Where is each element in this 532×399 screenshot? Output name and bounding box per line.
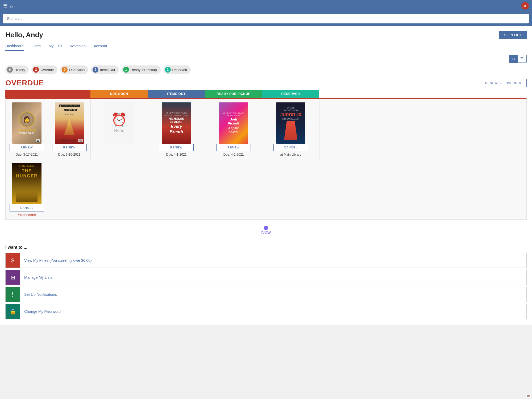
password-icon: 🔒 (6, 304, 20, 319)
book-cell-dolly: 👩 DOLLY PARTONSTORYTELLER 📷 RENEW Due: 3… (6, 99, 48, 159)
renew-button-dolly[interactable]: RENEW (10, 144, 44, 151)
pill-ready[interactable]: 1 Ready for Pickup (122, 65, 161, 74)
pill-overdue[interactable]: 2 Overdue (31, 65, 57, 74)
book-cover-dolly: 👩 DOLLY PARTONSTORYTELLER 📷 (12, 102, 41, 144)
action-notifications[interactable]: ! Set Up Notifications (5, 287, 527, 302)
book-cell-juror: JAMESPATTERSON JUROR #3 AND NANCY ALLEN … (262, 99, 319, 159)
view-toggle: ⊟ ☰ (509, 55, 527, 63)
section-bars: DUE SOON ITEMS OUT READY FOR PICKUP RESE… (5, 90, 527, 98)
tabs: Dashboard Fines My Lists Watching Accoun… (5, 42, 527, 51)
timeline-now-label: Now (5, 230, 527, 235)
section-bar-overdue (5, 90, 48, 98)
cancel-button-hunger[interactable]: CANCEL (10, 204, 44, 211)
tab-dashboard[interactable]: Dashboard (5, 42, 24, 51)
tab-my-lists[interactable]: My Lists (49, 42, 62, 51)
book-cell-hunger: ALMA KATSU THEHUNGER 📚 CANCEL You're nex… (6, 159, 48, 219)
book-cover-juror: JAMESPATTERSON JUROR #3 AND NANCY ALLEN … (276, 102, 305, 144)
search-input[interactable] (3, 14, 529, 23)
due-date-dolly: Due: 3-17-2021 (16, 153, 38, 156)
none-label: None (114, 128, 124, 133)
pill-items-out-label: Items Out (100, 68, 115, 72)
i-want-section: I want to ... $ View My Fines (You curre… (0, 241, 532, 325)
view-toggle-row: ⊟ ☰ (5, 55, 527, 63)
home-icon[interactable]: ⌂ (10, 3, 13, 9)
renew-button-spark[interactable]: RENEW (216, 144, 251, 151)
book-cell-spark: #1 NEW YORK TIMES BESTSELLER JodiPicoult… (205, 99, 262, 159)
top-bar: ☰ ⌂ A (0, 0, 532, 12)
renew-all-overdue-button[interactable]: RENEW ALL OVERDUE (481, 79, 527, 87)
overdue-title: OVERDUE (5, 79, 44, 87)
pill-ready-label: Ready for Pickup (131, 68, 157, 72)
due-location-juror: at Main Library (280, 153, 301, 156)
greeting: Hello, Andy (5, 31, 43, 39)
list-view-button[interactable]: ☰ (518, 55, 526, 63)
lists-icon: ⊞ (6, 270, 20, 285)
book-cover-none: ⏰ None (105, 102, 134, 144)
cancel-button-juror[interactable]: CANCEL (273, 144, 308, 151)
pill-items-out[interactable]: 2 Items Out (91, 65, 119, 74)
pill-due-soon[interactable]: 0 Due Soon (60, 65, 88, 74)
pill-history-label: History (14, 68, 25, 72)
action-change-password[interactable]: 🔒 Change My Password (5, 304, 527, 319)
timeline-section: Now (0, 220, 532, 241)
timeline-now-dot (264, 226, 268, 230)
main-content: Hello, Andy SIGN OUT Dashboard Fines My … (0, 26, 532, 220)
fines-label: View My Fines (You currently owe $6.00) (20, 258, 96, 263)
user-avatar[interactable]: A (521, 2, 529, 10)
book-cover-hunger: ALMA KATSU THEHUNGER 📚 (12, 163, 41, 204)
pill-history-count: 6 (7, 67, 13, 73)
pill-history[interactable]: 6 History (5, 65, 29, 74)
section-bar-ready: READY FOR PICKUP (205, 90, 262, 98)
pill-reserved-label: Reserved (172, 68, 187, 72)
notifications-label: Set Up Notifications (20, 292, 61, 297)
due-status-hunger: You're next! (18, 213, 36, 217)
due-date-spark: Due: 4-1-2021 (223, 153, 244, 156)
due-date-educated: Due: 3-16-2021 (58, 153, 80, 156)
fines-icon: $ (6, 253, 20, 268)
grid-view-button[interactable]: ⊟ (509, 55, 518, 63)
book-cell-educated: 🏅 NEW YORK TIMES Educated A Memoir TARA … (48, 99, 91, 159)
section-bar-overdue2 (48, 90, 90, 98)
book-cover-spark: #1 NEW YORK TIMES BESTSELLER JodiPicoult… (219, 102, 248, 144)
overdue-header-row: OVERDUE RENEW ALL OVERDUE (5, 79, 527, 87)
i-want-title: I want to ... (5, 245, 527, 250)
section-bar-items-out: ITEMS OUT (148, 90, 205, 98)
pill-reserved[interactable]: 1 Reserved (163, 65, 191, 74)
password-label: Change My Password (20, 309, 65, 314)
pill-overdue-label: Overdue (40, 68, 54, 72)
lists-label: Manage My Lists (20, 275, 57, 280)
action-view-fines[interactable]: $ View My Fines (You currently owe $6.00… (5, 253, 527, 268)
book-cell-every-breath: #1 NEW YORK TIMES BESTSELLING AUTHOR NIC… (148, 99, 205, 159)
pill-due-soon-count: 0 (62, 67, 68, 73)
pill-due-soon-label: Due Soon (69, 68, 85, 72)
tab-account[interactable]: Account (94, 42, 107, 51)
tab-watching[interactable]: Watching (70, 42, 86, 51)
book-cell-none: ⏰ None (91, 99, 148, 159)
pill-reserved-count: 1 (165, 67, 171, 73)
book-cover-educated: 🏅 NEW YORK TIMES Educated A Memoir TARA … (55, 102, 84, 144)
pill-ready-count: 1 (123, 67, 129, 73)
menu-icon[interactable]: ☰ (3, 3, 7, 9)
renew-button-every-breath[interactable]: RENEW (159, 144, 194, 151)
renew-button-educated[interactable]: RENEW (52, 144, 87, 151)
book-cover-every-breath: #1 NEW YORK TIMES BESTSELLING AUTHOR NIC… (162, 102, 191, 144)
pill-overdue-count: 2 (33, 67, 39, 73)
sign-out-button[interactable]: SIGN OUT (499, 31, 527, 39)
notifications-icon: ! (6, 287, 20, 302)
tab-fines[interactable]: Fines (32, 42, 41, 51)
search-container (0, 12, 532, 26)
pill-items-out-count: 2 (93, 67, 98, 73)
books-grid: 👩 DOLLY PARTONSTORYTELLER 📷 RENEW Due: 3… (5, 98, 527, 220)
section-bar-reserved: RESERVED (262, 90, 319, 98)
filter-pills: 6 History 2 Overdue 0 Due Soon 2 Items O… (5, 65, 527, 74)
due-date-every-breath: Due: 4-1-2021 (166, 153, 187, 156)
section-bar-due-soon: DUE SOON (90, 90, 148, 98)
timeline-line (5, 228, 527, 228)
action-manage-lists[interactable]: ⊞ Manage My Lists (5, 270, 527, 285)
header-row: Hello, Andy SIGN OUT (5, 31, 527, 39)
